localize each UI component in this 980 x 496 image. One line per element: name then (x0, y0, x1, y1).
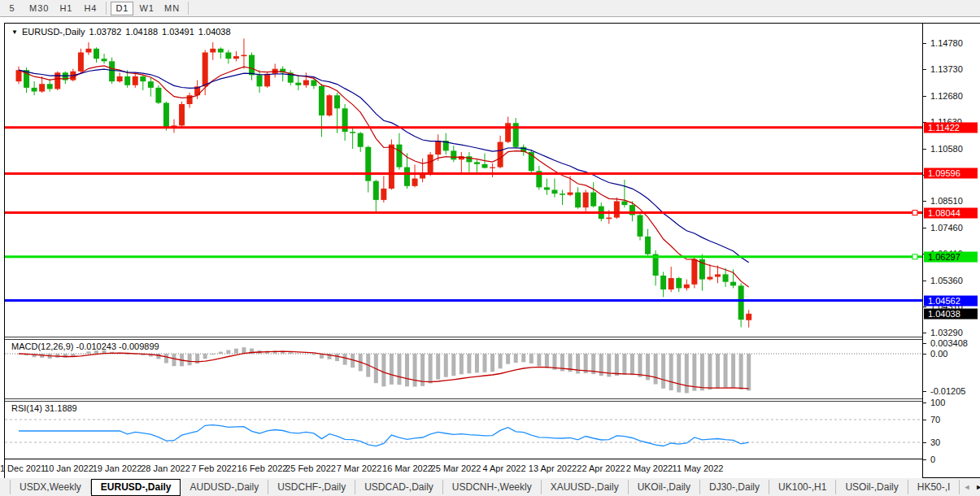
tab-usdcnh-weekly[interactable]: USDCNH-,Weekly (443, 480, 542, 494)
axis-tick-mark (923, 402, 926, 403)
macd-label-row: MACD(12,26,9) -0.010243 -0.009899 (11, 342, 159, 351)
rsi-axis-tick: 100 (930, 398, 945, 407)
chart-tab-bar: USDX,WeeklyEURUSD-,DailyAUDUSD-,DailyUSD… (0, 478, 980, 496)
timeframe-button-H4[interactable]: H4 (79, 2, 102, 15)
tab-usdx-weekly[interactable]: USDX,Weekly (10, 480, 91, 494)
date-label: 19 Jan 2022 (93, 463, 142, 473)
line-handle[interactable] (912, 211, 917, 215)
rsi-chart-svg (5, 402, 922, 459)
timeframe-button-W1[interactable]: W1 (135, 2, 159, 15)
tab-usoil-daily[interactable]: USOil-,Daily (836, 480, 908, 494)
chart-dropdown-icon[interactable]: ▼ (11, 28, 18, 36)
hline-price-tag-1.11422: 1.11422 (924, 122, 978, 133)
chart-symbol-label: EURUSD-,Daily (22, 27, 85, 37)
tab-usdcad-daily[interactable]: USDCAD-,Daily (355, 480, 443, 494)
price-axis-tick: 1.05360 (930, 276, 963, 285)
axis-tick-mark (923, 343, 926, 344)
date-axis: 31 Dec 202110 Jan 202219 Jan 202228 Jan … (5, 459, 922, 478)
tab-uk100-h1[interactable]: UK100-,H1 (769, 480, 836, 494)
rsi-axis-tick: 0 (930, 455, 935, 464)
axis-tick-mark (923, 43, 926, 44)
rsi-panel[interactable] (5, 402, 922, 459)
date-label: 7 Mar 2022 (337, 463, 382, 473)
axis-tick-mark (923, 149, 926, 150)
timeframe-toolbar: 5M30H1H4D1W1MN (0, 0, 980, 17)
axis-tick-mark (923, 333, 926, 333)
ohlc-open: 1.03782 (89, 27, 122, 37)
rsi-axis-tick: 30 (930, 437, 940, 447)
axis-tick-mark (923, 307, 926, 307)
main-chart-area[interactable] (5, 24, 922, 337)
hline-price-tag-1.08044: 1.08044 (924, 207, 978, 218)
timeframe-button-H1[interactable]: H1 (54, 2, 77, 15)
hline-price-tag-1.09596: 1.09596 (924, 168, 978, 179)
axis-tick-mark (923, 420, 926, 420)
tab-scroll-left-icon[interactable]: ◄ (963, 484, 970, 491)
axis-tick-mark (923, 228, 926, 228)
date-label: 10 Jan 2022 (44, 463, 94, 473)
chart-title: ▼ EURUSD-,Daily 1.03782 1.04188 1.03491 … (11, 27, 231, 37)
date-label: 7 Feb 2022 (191, 463, 237, 473)
date-label: 2 May 2022 (626, 463, 673, 473)
date-label: 16 Mar 2022 (382, 463, 433, 473)
rsi-value: 31.1889 (45, 403, 77, 413)
tab-scroll-right-icon[interactable]: ► (975, 484, 980, 491)
date-label: 31 Dec 2021 (0, 463, 46, 473)
rsi-axis-tick: 70 (930, 415, 940, 424)
line-handle[interactable] (912, 255, 917, 259)
macd-value: -0.010243 (76, 342, 116, 351)
date-label: 28 Jan 2022 (141, 463, 190, 473)
timeframe-button-MN[interactable]: MN (160, 2, 184, 15)
axis-tick-mark (923, 96, 926, 97)
axis-tick-mark (923, 281, 926, 281)
tab-xauusd-daily[interactable]: XAUUSD-,Daily (542, 480, 629, 494)
price-axis-tick: 1.03290 (930, 328, 963, 337)
date-label: 13 Apr 2022 (529, 463, 577, 473)
timeframe-button-5[interactable]: 5 (1, 2, 24, 15)
axis-tick-mark (923, 459, 926, 460)
ohlc-close: 1.04038 (198, 27, 231, 37)
chart-window: ▼ EURUSD-,Daily 1.03782 1.04188 1.03491 … (4, 23, 980, 479)
tab-hk50-i[interactable]: HK50-,I (908, 480, 960, 494)
macd-axis-tick: 0.00 (930, 349, 947, 359)
date-label: 22 Apr 2022 (577, 463, 625, 473)
candlestick-series (16, 38, 752, 327)
date-label: 4 Apr 2022 (482, 463, 525, 473)
price-axis-tick: 1.10580 (930, 144, 963, 154)
toolbar-separator (106, 2, 107, 15)
tab-audusd-daily[interactable]: AUDUSD-,Daily (181, 480, 268, 494)
axis-tick-mark (923, 201, 926, 202)
axis-tick-mark (923, 354, 926, 355)
tab-usdchf-daily[interactable]: USDCHF-,Daily (268, 480, 355, 494)
current-price-tag: 1.04038 (924, 308, 978, 319)
macd-signal-value: -0.009899 (119, 342, 159, 351)
date-label: 25 Feb 2022 (285, 463, 336, 473)
date-label: 16 Feb 2022 (237, 463, 288, 473)
ohlc-low: 1.03491 (162, 27, 194, 37)
tab-dj30-daily[interactable]: DJ30-,Daily (700, 480, 769, 494)
axis-tick-mark (923, 442, 926, 443)
tab-ukoil-daily[interactable]: UKOil-,Daily (629, 480, 700, 494)
rsi-label-row: RSI(14) 31.1889 (11, 403, 77, 413)
price-axis-tick: 1.08510 (930, 196, 963, 206)
axis-tick-mark (923, 69, 926, 70)
axis-tick-mark (923, 391, 926, 392)
date-label: 25 Mar 2022 (431, 463, 481, 473)
price-axis-tick: 1.12680 (930, 91, 963, 101)
timeframe-button-M30[interactable]: M30 (25, 2, 53, 15)
date-label: 11 May 2022 (673, 463, 724, 473)
price-axis: 1.147801.137301.126801.116301.105801.095… (922, 24, 980, 477)
tab-eurusd-daily[interactable]: EURUSD-,Daily (91, 479, 181, 496)
tab-scroll-arrows: ◄► (960, 484, 980, 491)
price-axis-tick: 1.14780 (930, 38, 963, 48)
timeframe-button-D1[interactable]: D1 (111, 2, 133, 15)
hline-price-tag-1.06297: 1.06297 (924, 251, 978, 262)
price-axis-tick: 1.13730 (930, 64, 963, 74)
candlestick-chart-svg (5, 24, 922, 337)
macd-label: MACD(12,26,9) (11, 342, 73, 351)
panel-splitter[interactable] (5, 398, 980, 402)
panel-splitter[interactable] (5, 337, 980, 340)
hline-price-tag-1.04562: 1.04562 (924, 295, 978, 306)
macd-histogram (17, 347, 751, 393)
rsi-line (19, 425, 749, 446)
